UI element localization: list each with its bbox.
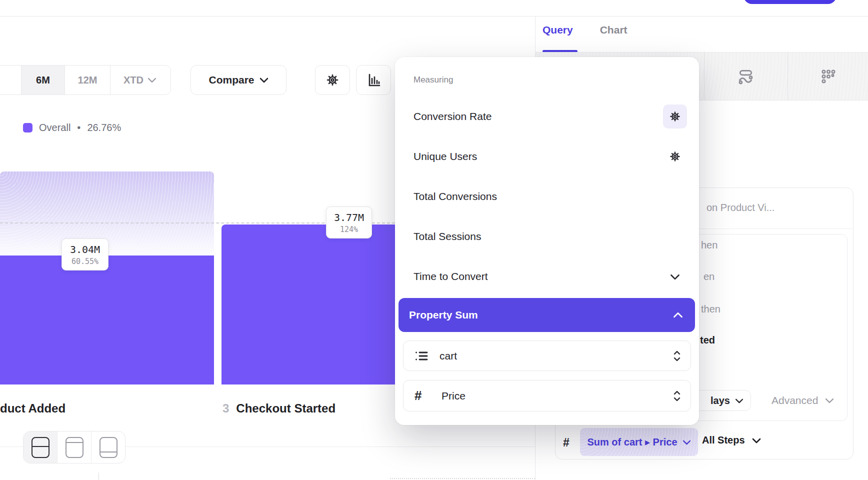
sum-of-cart-price-chip[interactable]: Sum of cart ▸ Price <box>580 428 698 456</box>
layout-top-panel-button[interactable] <box>58 432 92 463</box>
range-label: 6M <box>36 74 50 86</box>
pct-label: 60.55% <box>72 256 98 266</box>
list-icon <box>414 349 428 363</box>
funnel-bar-product-added[interactable] <box>0 256 214 384</box>
chart-type-button[interactable] <box>356 65 391 95</box>
menu-item-label: Total Conversions <box>414 190 497 202</box>
range-label: 12M <box>78 74 98 86</box>
all-steps-label: All Steps <box>702 434 745 446</box>
numeric-property-value: Price <box>442 390 466 402</box>
gear-icon <box>325 72 340 88</box>
right-panel-tabs: Query Chart <box>542 24 628 36</box>
layout-toggle-group <box>23 431 126 464</box>
menu-item-conversion-rate[interactable]: Conversion Rate <box>395 104 699 128</box>
advanced-button[interactable]: Advanced <box>772 394 834 406</box>
gear-icon <box>668 110 682 123</box>
advanced-label: Advanced <box>772 394 818 406</box>
step-row-fragment: hen <box>701 240 718 251</box>
bottom-panel-icon <box>100 437 118 458</box>
step-label-checkout-started: 3 Checkout Started <box>222 402 336 416</box>
data-label-product-added: 3.04M 60.55% <box>62 238 108 270</box>
days-label: lays <box>710 395 730 406</box>
menu-item-property-sum-selected[interactable]: Property Sum <box>398 298 695 332</box>
chart-settings-button[interactable] <box>315 65 350 95</box>
table-top-edge <box>390 478 535 479</box>
chevron-down-icon <box>670 274 680 280</box>
pct-label: 124% <box>340 224 358 234</box>
step-row-fragment: ted <box>700 334 715 346</box>
menu-item-label: Property Sum <box>409 309 478 321</box>
split-rows-icon <box>32 437 50 458</box>
step-row-fragment: then <box>701 304 720 315</box>
step-index: 3 <box>222 402 229 416</box>
menu-item-label: Unique Users <box>414 150 477 162</box>
menu-item-label: Time to Convert <box>414 270 488 282</box>
event-property-selector[interactable]: cart <box>403 340 691 371</box>
number-type-icon: # <box>563 436 570 450</box>
range-6m-button[interactable]: 6M <box>22 66 65 94</box>
app-window: M 6M 12M XTD Compare <box>0 0 868 480</box>
measuring-title: Measuring <box>414 75 453 85</box>
sort-select-icon <box>672 390 682 402</box>
legend-separator: • <box>77 122 80 134</box>
menu-item-time-to-convert[interactable]: Time to Convert <box>395 264 699 288</box>
card-header-fragment: on Product Vi... <box>706 202 774 214</box>
compare-label: Compare <box>208 74 254 86</box>
sort-select-icon <box>672 350 682 362</box>
menu-item-total-conversions[interactable]: Total Conversions <box>395 184 699 208</box>
data-label-checkout-started: 3.77M 124% <box>326 206 372 238</box>
strip-divider <box>788 52 788 100</box>
top-bar <box>0 0 868 16</box>
chevron-down-icon <box>735 398 744 404</box>
chip-label: Sum of cart ▸ Price <box>587 436 677 448</box>
step-name: Checkout Started <box>236 402 336 416</box>
legend: Overall • 26.76% <box>23 122 121 134</box>
value-label: 3.77M <box>334 211 364 224</box>
range-label: XTD <box>124 74 144 86</box>
legend-swatch <box>23 123 32 132</box>
layout-split-rows-button[interactable] <box>24 432 58 463</box>
time-range-selector: M 6M 12M XTD <box>0 65 171 95</box>
menu-item-total-sessions[interactable]: Total Sessions <box>395 224 699 248</box>
bar-chart-icon <box>366 72 382 88</box>
legend-value: 26.76% <box>87 122 121 134</box>
all-steps-dropdown[interactable]: All Steps <box>702 434 761 446</box>
step-row-fragment: en <box>704 271 714 282</box>
menu-item-label: Conversion Rate <box>414 110 492 122</box>
strip-divider <box>704 52 704 100</box>
menu-item-label: Total Sessions <box>414 230 481 242</box>
chart-type-flows-tile[interactable] <box>724 52 768 100</box>
chevron-down-icon <box>682 440 691 445</box>
numeric-property-selector[interactable]: # Price <box>403 380 691 412</box>
range-1m-button[interactable]: M <box>0 66 22 94</box>
tab-chart[interactable]: Chart <box>600 24 628 36</box>
layout-bottom-panel-button[interactable] <box>92 432 125 463</box>
event-property-value: cart <box>440 350 457 362</box>
step-label-product-added: duct Added <box>0 402 66 416</box>
tab-query[interactable]: Query <box>542 24 573 36</box>
chevron-up-icon <box>673 312 683 318</box>
gear-icon <box>668 150 682 163</box>
value-label: 3.04M <box>70 243 100 256</box>
conversion-rate-settings-button[interactable] <box>663 104 687 128</box>
chart-type-grid-tile[interactable] <box>806 52 851 100</box>
primary-action-button[interactable] <box>744 0 836 4</box>
dots-grid-icon <box>820 68 838 86</box>
chevron-down-icon <box>148 77 156 83</box>
hash-icon: # <box>414 388 430 404</box>
chevron-down-icon <box>260 77 268 83</box>
menu-item-unique-users[interactable]: Unique Users <box>395 144 699 168</box>
chevron-down-icon <box>752 438 761 444</box>
unique-users-settings-button[interactable] <box>663 144 687 168</box>
flows-icon <box>737 68 755 86</box>
range-12m-button[interactable]: 12M <box>65 66 110 94</box>
top-panel-icon <box>66 437 84 458</box>
step-name: duct Added <box>0 402 66 416</box>
legend-label: Overall <box>39 122 70 134</box>
chevron-down-icon <box>825 398 834 404</box>
compare-button[interactable]: Compare <box>190 65 286 95</box>
table-column-tick <box>98 472 99 480</box>
range-xtd-button[interactable]: XTD <box>110 66 170 94</box>
